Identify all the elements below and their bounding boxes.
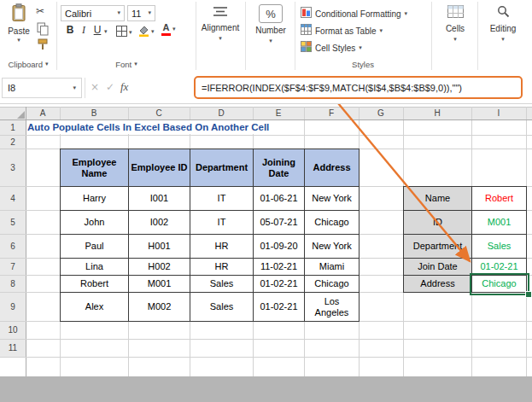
cells-group-button[interactable]: Cells ▾	[434, 5, 476, 43]
employee-cell[interactable]: IT	[190, 187, 254, 211]
col-header-D[interactable]: D	[190, 107, 253, 119]
font-color-button[interactable]: A ▾	[161, 23, 176, 36]
employee-header-cell[interactable]: Address	[305, 149, 360, 187]
employee-cell[interactable]: Sales	[190, 293, 254, 322]
cancel-button[interactable]: ×	[91, 82, 99, 92]
col-header-B[interactable]: B	[60, 107, 128, 119]
row-header-5[interactable]: 5	[0, 210, 26, 234]
col-header-E[interactable]: E	[253, 107, 304, 119]
underline-options-icon[interactable]: ▾	[104, 29, 108, 35]
row-header-11[interactable]: 11	[0, 339, 26, 357]
employee-cell[interactable]: Lina	[61, 259, 129, 276]
group-separator	[245, 2, 246, 70]
row-header-9[interactable]: 9	[0, 292, 26, 321]
employee-cell[interactable]: H002	[129, 259, 190, 276]
employee-cell[interactable]: Harry	[61, 187, 129, 211]
employee-cell[interactable]: 05-07-21	[254, 211, 305, 235]
row-header-4[interactable]: 4	[0, 186, 26, 210]
col-header-F[interactable]: F	[304, 107, 359, 119]
font-size-select[interactable]: 11 ▾	[127, 5, 155, 21]
employee-cell[interactable]: H001	[129, 235, 190, 259]
format-painter-icon	[38, 38, 48, 54]
employee-cell[interactable]: 01-06-21	[254, 187, 305, 211]
row-header-10[interactable]: 10	[0, 321, 26, 339]
employee-cell[interactable]: 11-02-21	[254, 259, 305, 276]
lookup-value-cell[interactable]: Chicago	[472, 276, 527, 293]
col-header-C[interactable]: C	[128, 107, 190, 119]
lookup-value-cell[interactable]: M001	[472, 211, 527, 235]
employee-cell[interactable]: I002	[129, 211, 190, 235]
underline-button[interactable]: U	[91, 25, 103, 35]
employee-cell[interactable]: Los Angeles	[305, 293, 360, 322]
row-header-7[interactable]: 7	[0, 258, 26, 275]
employee-cell[interactable]: Sales	[190, 276, 254, 293]
bold-button[interactable]: B	[64, 25, 76, 35]
font-name-select[interactable]: Calibri ▾	[61, 5, 125, 21]
employee-cell[interactable]: M002	[129, 293, 190, 322]
lookup-label-cell[interactable]: Address	[404, 276, 472, 293]
lookup-label-cell[interactable]: Join Date	[404, 259, 472, 276]
col-header-H[interactable]: H	[403, 107, 471, 119]
employee-header-cell[interactable]: Department	[190, 149, 254, 187]
employee-cell[interactable]: M001	[129, 276, 190, 293]
col-header-A[interactable]: A	[26, 107, 60, 119]
employee-cell[interactable]: 01-02-21	[254, 276, 305, 293]
col-header-G[interactable]: G	[359, 107, 403, 119]
lookup-label-cell[interactable]: Department	[404, 235, 472, 259]
name-box[interactable]: I8 ▾	[2, 78, 82, 98]
row-header-2[interactable]: 2	[0, 135, 26, 149]
row-header-3[interactable]: 3	[0, 149, 26, 186]
format-as-table-button[interactable]: Format as Table ▾	[301, 23, 383, 38]
employee-header-cell[interactable]: Employee ID	[129, 149, 190, 187]
employee-cell[interactable]: Alex	[61, 293, 129, 322]
number-group-button[interactable]: % Number ▾	[248, 4, 294, 44]
editing-group-button[interactable]: Editing ▾	[480, 5, 526, 43]
copy-button[interactable]	[37, 22, 49, 39]
row-header-8[interactable]: 8	[0, 275, 26, 292]
dialog-launcher-icon[interactable]: ▾	[45, 61, 49, 67]
enter-button[interactable]: ✓	[106, 82, 114, 92]
paste-button[interactable]: Paste ▾	[3, 3, 34, 44]
employee-cell[interactable]: Robert	[61, 276, 129, 293]
employee-cell[interactable]: John	[61, 211, 129, 235]
lookup-value-cell[interactable]: Robert	[472, 187, 527, 211]
employee-cell[interactable]: HR	[190, 235, 254, 259]
employee-cell[interactable]: Miami	[305, 259, 360, 276]
employee-cell[interactable]: Chicago	[305, 276, 360, 293]
formula-input[interactable]: =IFERROR(INDEX($F$4:$F$9,MATCH($I$4,$B$4…	[194, 76, 523, 99]
row-header-1[interactable]: 1	[0, 119, 26, 135]
lookup-label-cell[interactable]: Name	[404, 187, 472, 211]
cell-styles-button[interactable]: Cell Styles ▾	[301, 40, 362, 55]
insert-function-button[interactable]: fx	[120, 81, 128, 92]
employee-header-cell[interactable]: Employee Name	[61, 149, 129, 187]
cut-button[interactable]: ✂	[36, 6, 44, 16]
employee-cell[interactable]: I001	[129, 187, 190, 211]
employee-cell[interactable]: New York	[305, 235, 360, 259]
fill-color-button[interactable]: ▾	[137, 24, 155, 40]
lookup-label-cell[interactable]: ID	[404, 211, 472, 235]
employee-cell[interactable]: HR	[190, 259, 254, 276]
select-all-button[interactable]	[0, 107, 26, 119]
dialog-launcher-icon[interactable]: ▾	[134, 61, 137, 67]
employee-cell[interactable]: Paul	[61, 235, 129, 259]
employee-cell[interactable]: 01-02-21	[254, 293, 305, 322]
fill-handle[interactable]	[525, 291, 532, 298]
lookup-value-cell[interactable]: 01-02-21	[472, 259, 527, 276]
employee-cell[interactable]: 01-09-20	[254, 235, 305, 259]
employee-cell[interactable]: New York	[305, 187, 360, 211]
row-header-6[interactable]: 6	[0, 234, 26, 258]
alignment-group-button[interactable]: Alignment ▾	[197, 5, 243, 42]
conditional-formatting-button[interactable]: Conditional Formatting ▾	[301, 6, 407, 21]
format-painter-button[interactable]	[38, 38, 48, 54]
italic-button[interactable]: I	[78, 25, 90, 35]
borders-button[interactable]: ▾	[116, 25, 132, 40]
chevron-down-icon: ▾	[380, 28, 383, 34]
col-header-I[interactable]: I	[471, 107, 526, 119]
chevron-down-icon[interactable]: ▾	[73, 85, 76, 91]
lookup-value-cell[interactable]: Sales	[472, 235, 527, 259]
sheet-title[interactable]: Auto Populate Cells In Excel Based On An…	[27, 120, 273, 134]
chevron-down-icon: ▾	[117, 10, 120, 16]
employee-cell[interactable]: IT	[190, 211, 254, 235]
employee-header-cell[interactable]: Joining Date	[254, 149, 305, 187]
employee-cell[interactable]: Chicago	[305, 211, 360, 235]
